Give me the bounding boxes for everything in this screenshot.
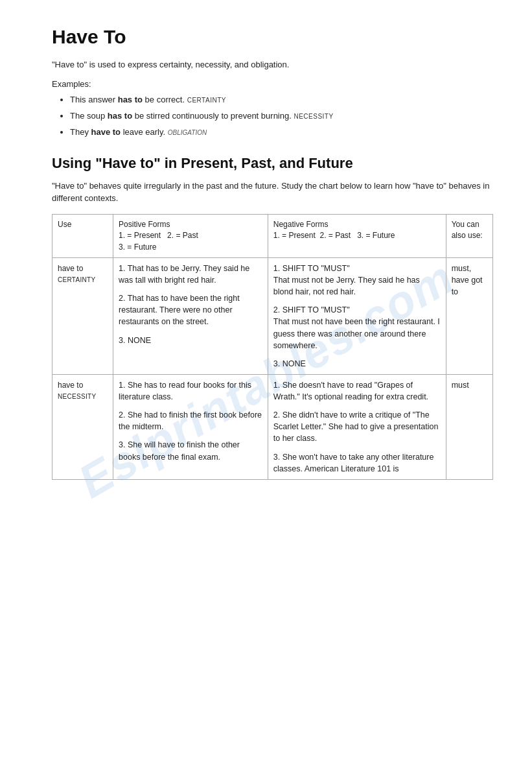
necessity-also-text: must: [452, 381, 469, 390]
page-title: Have To: [52, 26, 493, 48]
section2-title: Using "Have to" in Present, Past, and Fu…: [52, 155, 493, 172]
necessity-positive: 1. She has to read four books for this l…: [113, 374, 268, 479]
necessity-negative-2: 2. She didn't have to write a critique o…: [273, 409, 441, 444]
certainty-positive-3: 3. NONE: [119, 335, 262, 346]
use-necessity: have to NECESSITY: [52, 374, 113, 479]
example-2-bold: has to: [108, 111, 132, 121]
necessity-positive-2: 2. She had to finish the first book befo…: [119, 409, 262, 432]
example-3-after: leave early.: [121, 127, 165, 137]
necessity-positive-3: 3. She will have to finish the other boo…: [119, 439, 262, 462]
example-1-tag: CERTAINTY: [187, 97, 226, 104]
have-to-table: Use Positive Forms1. = Present 2. = Past…: [52, 214, 493, 480]
header-positive-text: Positive Forms1. = Present 2. = Past3. =…: [119, 220, 198, 252]
necessity-negative: 1. She doesn't have to read "Grapes of W…: [268, 374, 446, 479]
table-header-row: Use Positive Forms1. = Present 2. = Past…: [52, 214, 493, 257]
examples-list: This answer has to be correct. CERTAINTY…: [70, 93, 493, 139]
example-1-before: This answer: [70, 95, 118, 104]
necessity-negative-3: 3. She won't have to take any other lite…: [273, 451, 441, 475]
certainty-negative-1-text: That must not be Jerry. They said he has…: [273, 276, 420, 296]
certainty-positive-1: 1. That has to be Jerry. They said he wa…: [119, 264, 249, 285]
certainty-sub-label: CERTAINTY: [58, 276, 108, 285]
table-row-certainty: have to CERTAINTY 1. That has to be Jerr…: [52, 257, 493, 374]
header-negative: Negative Forms1. = Present 2. = Past 3. …: [268, 214, 446, 257]
certainty-also-text: must, have got to: [452, 264, 483, 296]
certainty-also: must, have got to: [446, 257, 492, 374]
certainty-negative-3: 3. NONE: [273, 358, 441, 370]
example-item-3: They have to leave early. OBLIGATION: [70, 125, 493, 139]
header-positive: Positive Forms1. = Present 2. = Past3. =…: [113, 214, 268, 257]
example-item-2: The soup has to be stirred continuously …: [70, 109, 493, 123]
certainty-negative-1-label: 1. SHIFT TO "MUST": [273, 264, 350, 273]
chart-description: "Have to" behaves quite irregularly in t…: [52, 180, 493, 205]
example-2-tag: NECESSITY: [294, 113, 333, 120]
certainty-negative-2: 2. SHIFT TO "MUST"That must not have bee…: [273, 304, 441, 351]
use-certainty: have to CERTAINTY: [52, 257, 113, 374]
table-row-necessity: have to NECESSITY 1. She has to read fou…: [52, 374, 493, 479]
example-1-bold: has to: [118, 95, 143, 104]
certainty-main-label: have to: [58, 264, 83, 273]
intro-text: "Have to" is used to express certainty, …: [52, 58, 493, 71]
necessity-sub-label: NECESSITY: [58, 392, 108, 402]
necessity-main-label: have to: [58, 381, 83, 390]
necessity-also: must: [446, 374, 492, 479]
header-negative-text: Negative Forms1. = Present 2. = Past 3. …: [273, 220, 395, 240]
certainty-positive: 1. That has to be Jerry. They said he wa…: [113, 257, 268, 374]
header-use: Use: [52, 214, 113, 257]
necessity-positive-1: 1. She has to read four books for this l…: [119, 381, 251, 401]
example-3-bold: have to: [91, 127, 121, 137]
examples-label: Examples:: [52, 79, 493, 89]
example-item-1: This answer has to be correct. CERTAINTY: [70, 93, 493, 107]
header-also-text: You can also use:: [452, 220, 483, 240]
example-3-tag: OBLIGATION: [168, 129, 207, 136]
example-1-after: be correct.: [143, 95, 185, 104]
example-3-before: They: [70, 127, 91, 137]
certainty-negative: 1. SHIFT TO "MUST" That must not be Jerr…: [268, 257, 446, 374]
example-2-before: The soup: [70, 111, 108, 121]
certainty-positive-2: 2. That has to have been the right resta…: [119, 292, 262, 327]
example-2-after: be stirred continuously to prevent burni…: [132, 111, 292, 121]
header-also: You can also use:: [446, 214, 492, 257]
necessity-negative-1: 1. She doesn't have to read "Grapes of W…: [273, 381, 428, 401]
